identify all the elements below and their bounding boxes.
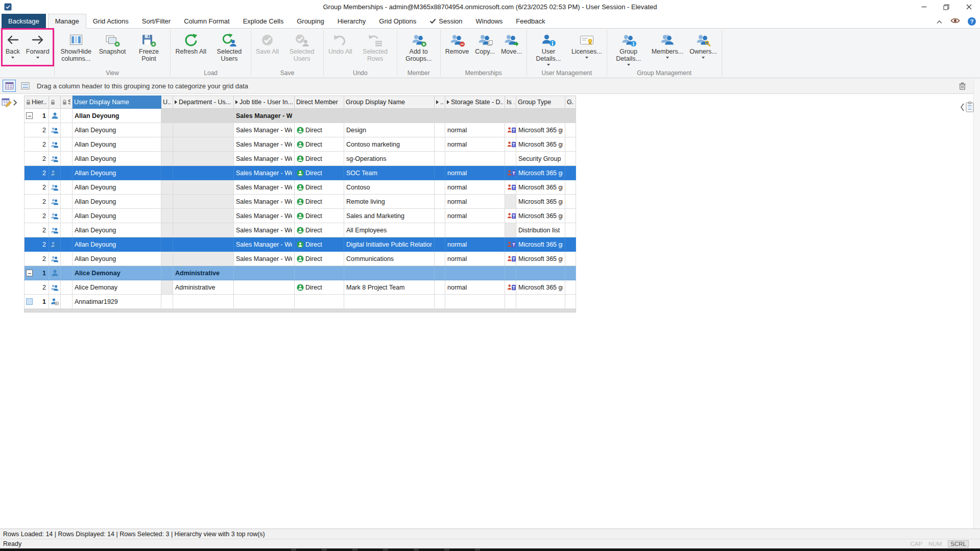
cell-s[interactable] (61, 180, 73, 195)
grid-row-8[interactable]: 2Allan DeyoungSales Manager - WesDirectS… (24, 209, 576, 223)
cell-state[interactable] (49, 166, 61, 180)
ribbon-button-remove[interactable]: Remove (443, 31, 472, 56)
cell-hier[interactable]: 2 (24, 252, 49, 266)
tab-hierarchy[interactable]: Hierarchy (331, 14, 373, 28)
cell-dept[interactable] (173, 209, 234, 223)
cell-job[interactable]: Sales Manager - Wes (234, 137, 295, 152)
cell-s[interactable] (61, 252, 73, 266)
cell-s[interactable] (61, 109, 73, 123)
cell-g[interactable] (565, 180, 576, 195)
cell-u[interactable] (161, 195, 173, 209)
cell-hier[interactable]: 2 (24, 195, 49, 209)
minimize-button[interactable] (913, 0, 935, 14)
column-header-type[interactable]: Group Type (516, 95, 565, 109)
grid-row-5[interactable]: 2Allan DeyoungSales Manager - WesDirectS… (24, 166, 576, 180)
cell-type[interactable]: Microsoft 365 gr (516, 209, 565, 223)
cell-direct[interactable]: Direct (295, 152, 344, 166)
cell-state[interactable] (49, 237, 61, 252)
column-header-name[interactable]: User Display Name (73, 95, 161, 109)
cell-s[interactable] (61, 195, 73, 209)
cell-name[interactable]: Allan Deyoung (73, 166, 161, 180)
cell-group[interactable]: Sales and Marketing (344, 209, 435, 223)
row-expander[interactable] (26, 270, 33, 276)
right-flyout-tab[interactable] (959, 101, 976, 113)
cell-g[interactable] (565, 252, 576, 266)
cell-dept[interactable] (173, 137, 234, 152)
row-checkbox[interactable] (26, 298, 33, 305)
column-header-group[interactable]: Group Display Name (344, 95, 435, 109)
cell-group[interactable] (344, 295, 435, 309)
tab-column-format[interactable]: Column Format (177, 14, 236, 28)
cell-dept[interactable] (173, 252, 234, 266)
cell-is[interactable] (505, 223, 516, 237)
cell-u[interactable] (161, 109, 173, 123)
ribbon-button-refresh-all[interactable]: Refresh All (173, 31, 208, 56)
ribbon-button-move[interactable]: Move... (498, 31, 524, 56)
column-header-u[interactable]: U... (161, 95, 173, 109)
cell-type[interactable]: Security Group (516, 152, 565, 166)
cell-group[interactable]: SOC Team (344, 166, 435, 180)
ribbon-button-user-details[interactable]: User Details... (529, 31, 568, 68)
ribbon-button-forward[interactable]: Forward (23, 31, 52, 61)
cell-job[interactable]: Sales Manager - Wes (234, 166, 295, 180)
cell-dept[interactable]: Administrative (173, 280, 234, 295)
cell-group[interactable]: Contoso marketing (344, 137, 435, 152)
cell-hier[interactable]: 2 (24, 123, 49, 137)
cell-s[interactable] (61, 166, 73, 180)
cell-job[interactable]: Sales Manager - Wes (234, 195, 295, 209)
cell-dept[interactable] (173, 195, 234, 209)
tab-manage[interactable]: Manage (48, 14, 86, 29)
cell-direct[interactable] (295, 109, 344, 123)
cell-dept[interactable] (173, 223, 234, 237)
cell-type[interactable] (516, 266, 565, 280)
cell-g[interactable] (565, 137, 576, 152)
cell-direct[interactable]: Direct (295, 209, 344, 223)
grid-corner-tools[interactable] (2, 98, 18, 108)
close-button[interactable] (958, 0, 980, 14)
trash-icon[interactable] (958, 81, 967, 90)
column-header-state[interactable] (49, 95, 61, 109)
column-header-storage[interactable]: Storage State - D... (445, 95, 505, 109)
cell-state[interactable] (49, 209, 61, 223)
cell-group[interactable] (344, 266, 435, 280)
cell-dept[interactable] (173, 166, 234, 180)
row-expander[interactable] (26, 112, 33, 119)
grid-row-1[interactable]: 1Allan DeyoungSales Manager - We (24, 109, 576, 123)
cell-direct[interactable]: Direct (295, 280, 344, 295)
cell-dept[interactable] (173, 109, 234, 123)
ribbon-button-freeze-point[interactable]: Freeze Point (129, 31, 168, 63)
cell-hier[interactable]: 2 (24, 223, 49, 237)
cell-direct[interactable] (295, 295, 344, 309)
grid-row-4[interactable]: 2Allan DeyoungSales Manager - WesDirects… (24, 152, 576, 166)
cell-type[interactable]: Microsoft 365 gr (516, 123, 565, 137)
cell-x1[interactable] (435, 123, 445, 137)
cell-g[interactable] (565, 123, 576, 137)
tab-feedback[interactable]: Feedback (509, 14, 552, 28)
cell-name[interactable]: Alice Demonay (73, 266, 161, 280)
cell-dept[interactable] (173, 295, 234, 309)
cell-hier[interactable]: 1 (24, 295, 49, 309)
ribbon-button-selected-users[interactable]: Selected Users (210, 31, 249, 63)
cell-is[interactable] (505, 237, 516, 252)
cell-u[interactable] (161, 280, 173, 295)
cell-name[interactable]: Allan Deyoung (73, 252, 161, 266)
cell-u[interactable] (161, 223, 173, 237)
cell-type[interactable]: Microsoft 365 gr (516, 166, 565, 180)
ribbon-button-selected-users[interactable]: Selected Users (282, 31, 321, 63)
cell-name[interactable]: Allan Deyoung (73, 123, 161, 137)
cell-type[interactable]: Microsoft 365 gr (516, 195, 565, 209)
cell-dept[interactable] (173, 123, 234, 137)
cell-s[interactable] (61, 209, 73, 223)
cell-x1[interactable] (435, 266, 445, 280)
cell-job[interactable]: Sales Manager - Wes (234, 123, 295, 137)
ribbon-button-add-to-groups[interactable]: Add to Groups... (399, 31, 438, 63)
cell-job[interactable]: Sales Manager - Wes (234, 209, 295, 223)
cell-u[interactable] (161, 295, 173, 309)
tab-explode-cells[interactable]: Explode Cells (236, 14, 291, 28)
cell-group[interactable]: Digital Initiative Public Relation (344, 237, 435, 252)
grid-row-14[interactable]: 1Annatimar1929 (24, 295, 576, 309)
cell-job[interactable] (234, 295, 295, 309)
cell-group[interactable]: sg-Operations (344, 152, 435, 166)
cell-direct[interactable]: Direct (295, 195, 344, 209)
cell-x1[interactable] (435, 109, 445, 123)
